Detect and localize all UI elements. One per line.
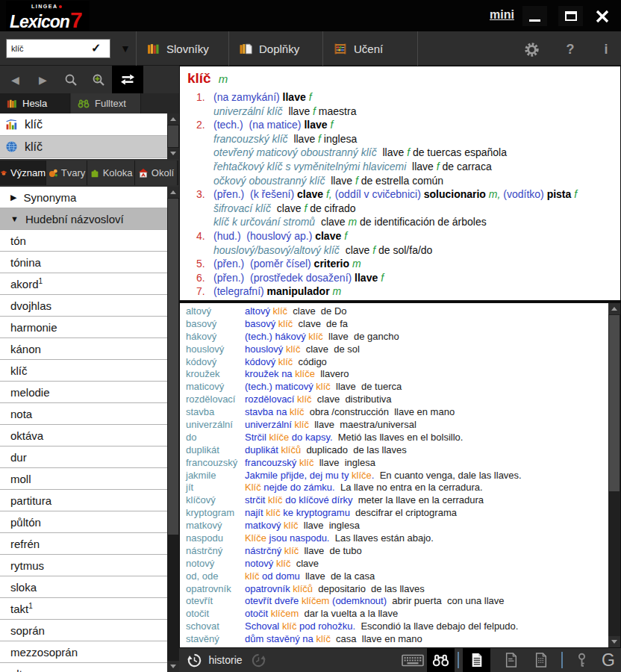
tree-item[interactable]: nota [0, 403, 167, 425]
collocation-row[interactable]: schovatSchoval klíč pod rohožku. Escondi… [180, 620, 608, 633]
tree-item[interactable]: klíč [0, 360, 167, 382]
scrollbar-thumb[interactable] [168, 199, 178, 535]
tree-item[interactable]: melodie [0, 382, 167, 403]
google-search-button[interactable]: G [596, 648, 621, 672]
collocations-scrollbar[interactable] [608, 303, 620, 647]
short-entry-view-button[interactable] [497, 648, 525, 672]
full-entry-view-button[interactable] [463, 648, 490, 672]
collocation-row[interactable]: otevřítotevřít dveře klíčem (odemknout) … [180, 595, 608, 608]
scroll-up-icon[interactable] [608, 303, 620, 314]
collocation-row[interactable]: kryptogramnajít klíč ke kryptogramu desc… [180, 507, 608, 520]
scroll-down-icon[interactable] [167, 661, 179, 672]
history-back-button[interactable] [184, 648, 205, 672]
tree-item[interactable]: refrén [0, 533, 167, 555]
scroll-down-icon[interactable] [167, 148, 179, 159]
tab-hesla[interactable]: Hesla [0, 93, 70, 113]
key-tool-button[interactable] [570, 648, 593, 672]
collocation-row[interactable]: notovýnotový klíč clave [180, 558, 608, 570]
tree-item[interactable]: moll [0, 468, 167, 490]
collocation-row[interactable]: maticový(tech.) maticový klíč llave de t… [180, 381, 608, 393]
tab-tvary[interactable]: Tvary [46, 161, 87, 185]
collocation-row[interactable]: naspoduKlíče jsou naspodu. Las llaves es… [180, 532, 608, 545]
tree-item[interactable]: alt [0, 663, 167, 672]
result-item-klic-stats[interactable]: klíč [0, 113, 167, 136]
tree-item[interactable]: partitura [0, 490, 167, 511]
collocation-row[interactable]: otočitotočit klíčem dar la vuelta a la l… [180, 608, 608, 620]
tab-doplnky[interactable]: Doplňky [228, 31, 322, 66]
collocation-row[interactable]: matkovýmatkový klíč llave inglesa [180, 520, 608, 532]
tree-item[interactable]: dvojhlas [0, 295, 167, 317]
tree-item[interactable]: půltón [0, 511, 167, 533]
tree-item[interactable]: rytmus [0, 555, 167, 576]
scroll-up-icon[interactable] [167, 187, 179, 198]
collocation-row[interactable]: basovýbasový klíč clave de fa [180, 318, 608, 331]
tab-fulltext[interactable]: Fulltext [71, 93, 141, 113]
collocation-row[interactable]: univerzálníuniverzální klíč llave maestr… [180, 419, 608, 432]
tab-koloka[interactable]: Koloka [87, 161, 135, 185]
settings-button[interactable] [522, 40, 540, 58]
collocation-row[interactable]: opatrovníkopatrovník klíčů depositario d… [180, 583, 608, 596]
collocation-row[interactable]: kódovýkódový klíč código [180, 356, 608, 369]
tree-item[interactable]: tón [0, 230, 167, 252]
tab-vyznam[interactable]: Význam [0, 161, 46, 185]
collocation-key: do [186, 432, 196, 444]
tree-item[interactable]: dur [0, 447, 167, 468]
tree-item[interactable]: soprán [0, 620, 167, 641]
collocation-row[interactable]: kroužekkroužek na klíče llavero [180, 368, 608, 381]
collocation-row[interactable]: altovýaltový klíč clave de Do [180, 305, 608, 318]
text-segment: clave [297, 188, 326, 200]
tree-section-header[interactable]: ▼Hudební názvosloví [0, 208, 167, 230]
back-button[interactable]: ◀ [1, 66, 29, 93]
result-item-klic-dictionary[interactable]: klíč [0, 136, 167, 158]
swap-direction-button[interactable] [112, 66, 143, 93]
tree-section-header[interactable]: ▶Synonyma [0, 187, 167, 208]
tab-uceni[interactable]: Učení [322, 31, 418, 66]
tab-slovniky[interactable]: Slovníky [136, 31, 228, 66]
tree-item[interactable]: akord1 [0, 273, 167, 295]
help-button[interactable]: ? [561, 40, 579, 58]
tab-okoli[interactable]: Okolí [135, 161, 178, 185]
tree-item[interactable]: kánon [0, 338, 167, 360]
maximize-button[interactable] [558, 6, 583, 26]
collocation-row[interactable]: jakmileJakmile přijde, dej mu ty klíče. … [180, 470, 608, 482]
scrollbar-thumb[interactable] [609, 315, 620, 491]
tree-item[interactable]: tónina [0, 252, 167, 273]
collocation-row[interactable]: houslovýhouslový klíč clave de sol [180, 343, 608, 356]
collocation-text: duplikát klíčů duplicado de las llaves [245, 444, 407, 457]
tree-item[interactable]: harmonie [0, 317, 167, 338]
collocation-row[interactable]: francouzskýfrancouzský klíč llave ingles… [180, 457, 608, 470]
collocation-row[interactable]: jítKlíč nejde do zámku. La llave no entr… [180, 482, 608, 494]
collocation-row[interactable]: nástrčnýnástrčný klíč llave de tubo [180, 545, 608, 558]
tree-item[interactable]: oktáva [0, 425, 167, 447]
zoom-button[interactable] [84, 66, 112, 93]
collocation-row[interactable]: klíčovýstrčit klíč do klíčové dírky mete… [180, 494, 608, 507]
tree-scrollbar[interactable] [167, 187, 179, 672]
collocation-row[interactable]: stavbastavba na klíč obra /construcción … [180, 406, 608, 419]
fulltext-search-button[interactable] [427, 648, 455, 672]
mini-mode-button[interactable]: mini [490, 8, 514, 22]
history-forward-button[interactable] [248, 648, 269, 672]
forward-button[interactable]: ▶ [29, 66, 57, 93]
search-dropdown-button[interactable]: ▼ [113, 39, 137, 58]
collocation-row[interactable]: hákový(tech.) hákový klíč llave de ganch… [180, 331, 608, 343]
tree-item[interactable]: takt1 [0, 598, 167, 620]
collocation-row[interactable]: duplikátduplikát klíčů duplicado de las … [180, 444, 608, 457]
history-label[interactable]: historie [206, 648, 245, 672]
scroll-down-icon[interactable] [608, 636, 620, 647]
virtual-keyboard-button[interactable] [400, 648, 425, 672]
tree-item-label: tónina [10, 256, 41, 269]
collocation-row[interactable]: rozdělovacírozdělovací klíč clave distri… [180, 393, 608, 406]
search-button[interactable] [57, 66, 84, 93]
scroll-up-icon[interactable] [167, 113, 179, 125]
scrollbar-thumb[interactable] [168, 125, 178, 147]
collocation-row[interactable]: doStrčil klíče do kapsy. Metió las llave… [180, 432, 608, 444]
tree-item[interactable]: mezzosoprán [0, 641, 167, 663]
tree-item[interactable]: sloka [0, 576, 167, 598]
collocation-row[interactable]: od, odeklíč od domu llave de la casa [180, 570, 608, 583]
minimize-button[interactable] [522, 6, 547, 26]
compact-entry-view-button[interactable] [527, 648, 555, 672]
collocation-row[interactable]: stavěnýdům stavěný na klíč casa llave en… [180, 633, 608, 646]
results-scrollbar[interactable] [167, 113, 179, 159]
close-button[interactable] [592, 7, 613, 26]
info-button[interactable]: i [597, 40, 615, 58]
